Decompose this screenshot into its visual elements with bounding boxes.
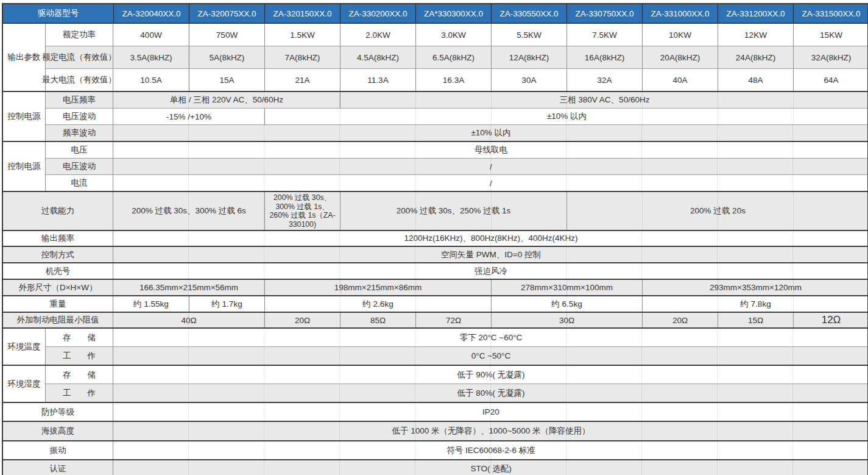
row-label: 电压 [46, 142, 113, 158]
spec-value-cell: 11.3A [340, 69, 415, 91]
table-row: 存 储零下 20°C ~60°C [46, 329, 867, 346]
group-rows: 过载能力200% 过载 30s、300% 过载 6s200% 过载 30s、30… [3, 192, 867, 230]
spec-value-cell: 198mm×215mm×86mm [264, 280, 491, 295]
spec-value-cell: 10.5A [113, 69, 189, 91]
row-cells: 40Ω20Ω85Ω72Ω30Ω20Ω15Ω12Ω [113, 313, 867, 327]
spec-value-cell: 40Ω [113, 313, 264, 327]
spec-group: 输出频率1200Hz(16KHz)、800Hz(8KHz)、400Hz(4KHz… [3, 230, 867, 246]
group-rows: 防护等级IP20 [3, 403, 867, 421]
spec-value-cell: 15A [189, 69, 264, 91]
spec-value-cell: 强迫风冷 [113, 263, 868, 279]
spec-value-cell: 母线取电 [113, 142, 868, 158]
table-row: 额定电流（有效值）3.5A(8kHZ)5A(8kHZ)7A(8kHZ)4.5A(… [46, 46, 867, 68]
row-cells: 3.5A(8kHZ)5A(8kHZ)7A(8kHZ)4.5A(8kHZ)6.5A… [113, 46, 867, 68]
spec-group: 防护等级IP20 [3, 402, 867, 421]
spec-group: 输出参数额定功率400W750W1.5KW2.0KW3.0KW5.5KW7.5K… [3, 23, 867, 91]
row-label: 认证 [3, 460, 113, 475]
row-label: 频率波动 [46, 125, 113, 141]
table-row: 工 作0°C ~50°C [46, 346, 867, 365]
table-row: 过载能力200% 过载 30s、300% 过载 6s200% 过载 30s、30… [3, 192, 867, 230]
table-row: 存 储低于 90%( 无凝露) [46, 366, 867, 384]
spec-value-cell: 4.5A(8kHZ) [340, 46, 415, 68]
header-model-cell: ZA-320150XX.0 [264, 4, 340, 23]
group-rows: 机壳号强迫风冷 [3, 263, 867, 279]
group-rows: 电压母线取电电压波动/电流/ [46, 142, 867, 191]
spec-value-cell: 293mm×353mm×120mm [642, 280, 868, 295]
row-label: 额定电流（有效值） [46, 46, 113, 68]
spec-value-cell: IP20 [113, 403, 868, 421]
spec-group: 海拔高度低于 1000 米（无降容）、1000~5000 米（降容使用） [3, 421, 867, 440]
spec-value-cell: 16.3A [415, 69, 491, 91]
spec-value-cell: 低于 1000 米（无降容）、1000~5000 米（降容使用） [113, 422, 868, 440]
row-cells: 低于 90%( 无凝露) [113, 366, 867, 384]
group-rows: 存 储零下 20°C ~60°C工 作0°C ~50°C [46, 329, 867, 365]
group-rows: 电压频率单相 / 三相 220V AC、50/60Hz三相 380V AC、50… [46, 92, 867, 141]
header-model-cell: ZA-320075XX.0 [189, 4, 264, 23]
header-model-cell: ZA-330750XX.0 [566, 4, 642, 23]
row-cells: 低于 1000 米（无降容）、1000~5000 米（降容使用） [113, 422, 867, 440]
row-label: 输出频率 [3, 231, 113, 246]
spec-value-cell: 16A(8kHZ) [566, 46, 642, 68]
spec-group: 机壳号强迫风冷 [3, 262, 867, 279]
spec-value-cell: 12KW [718, 24, 793, 46]
row-label: 电压波动 [46, 159, 113, 174]
spec-value-cell: 750W [189, 24, 264, 46]
table-row: 振动符号 IEC60068-2-6 标准 [3, 441, 867, 459]
table-row: 电压频率单相 / 三相 220V AC、50/60Hz三相 380V AC、50… [46, 92, 867, 108]
spec-value-cell: 7A(8kHZ) [264, 46, 340, 68]
group-rows: 认证STO( 选配) [3, 460, 867, 475]
group-rows: 控制方式空间矢量 PWM、ID=0 控制 [3, 247, 867, 262]
row-label: 防护等级 [3, 403, 113, 421]
spec-value-cell: 32A [566, 69, 642, 91]
spec-value-cell: 约 7.8kg [642, 296, 868, 312]
spec-value-cell: / [113, 175, 868, 191]
spec-value-cell: 72Ω [415, 313, 491, 327]
spec-value-cell: 5.5KW [491, 24, 566, 46]
spec-value-cell: 40A [642, 69, 718, 91]
table-row: 电压波动-15% /+10%±10% 以内 [46, 108, 867, 124]
spec-value-cell: 200% 过载 30s、300% 过载 6s [113, 192, 264, 230]
row-cells: 10.5A15A21A11.3A16.3A30A32A40A48A64A [113, 69, 867, 91]
table-row: 电流/ [46, 174, 867, 191]
row-label: 外加制动电阻最小阻值 [3, 313, 113, 327]
drive-spec-table: 驱动器型号 ZA-320040XX.0ZA-320075XX.0ZA-32015… [2, 3, 868, 475]
spec-value-cell: 85Ω [340, 313, 415, 327]
spec-value-cell: 30A [491, 69, 566, 91]
table-row: 频率波动±10% 以内 [46, 124, 867, 141]
row-cells: 166.35mm×215mm×56mm198mm×215mm×86mm278mm… [113, 280, 867, 295]
spec-value-cell: 30Ω [491, 313, 642, 327]
spec-value-cell: -15% /+10% [113, 109, 264, 124]
spec-group: 控制电源电压母线取电电压波动/电流/ [3, 141, 867, 191]
table-row: 外加制动电阻最小阻值40Ω20Ω85Ω72Ω30Ω20Ω15Ω12Ω [3, 313, 867, 327]
row-cells: / [113, 175, 867, 191]
group-label: 输出参数 [3, 24, 46, 91]
row-label: 重量 [3, 296, 113, 312]
spec-value-cell: ±10% 以内 [264, 109, 868, 124]
spec-value-cell: 200% 过载 30s、300% 过载 1s、260% 过载 1s（ZA-330… [264, 192, 340, 230]
spec-group: 振动符号 IEC60068-2-6 标准 [3, 440, 867, 459]
row-label: 电流 [46, 175, 113, 191]
spec-group: 环境湿度存 储低于 90%( 无凝露)工 作低于 80%( 无凝露) [3, 365, 867, 402]
group-rows: 外形尺寸（D×H×W）166.35mm×215mm×56mm198mm×215m… [3, 280, 867, 295]
row-label: 存 储 [46, 366, 113, 384]
row-cells: 符号 IEC60068-2-6 标准 [113, 441, 867, 459]
row-label: 控制方式 [3, 247, 113, 262]
spec-value-cell: 32A(8kHZ) [793, 46, 868, 68]
table-row: 海拔高度低于 1000 米（无降容）、1000~5000 米（降容使用） [3, 422, 867, 440]
spec-value-cell: 200% 过载 20s [566, 192, 868, 230]
table-row: 电压母线取电 [46, 142, 867, 158]
spec-value-cell: 21A [264, 69, 340, 91]
row-cells: IP20 [113, 403, 867, 421]
row-label: 过载能力 [3, 192, 113, 230]
spec-value-cell: 约 1.55kg [113, 296, 189, 312]
spec-value-cell: 低于 80%( 无凝露) [113, 384, 868, 402]
spec-value-cell: 5A(8kHZ) [189, 46, 264, 68]
group-rows: 外加制动电阻最小阻值40Ω20Ω85Ω72Ω30Ω20Ω15Ω12Ω [3, 313, 867, 327]
spec-value-cell: 6.5A(8kHZ) [415, 46, 491, 68]
spec-value-cell: 3.5A(8kHZ) [113, 46, 189, 68]
spec-group: 环境温度存 储零下 20°C ~60°C工 作0°C ~50°C [3, 327, 867, 365]
spec-value-cell: 0°C ~50°C [113, 347, 868, 365]
spec-value-cell: 1200Hz(16KHz)、800Hz(8KHz)、400Hz(4KHz) [113, 231, 868, 246]
header-model-cell: ZA-331200XX.0 [718, 4, 793, 23]
header-model-cell: ZA*330300XX.0 [415, 4, 491, 23]
